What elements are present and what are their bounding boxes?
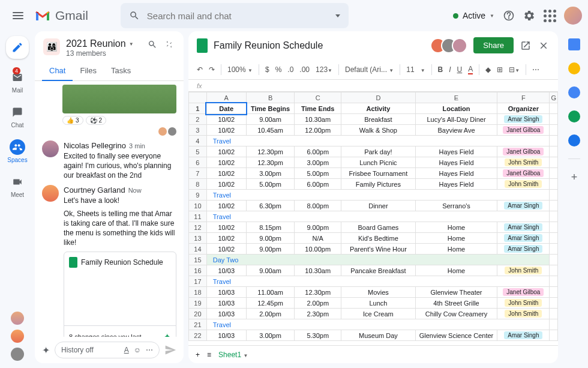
- sparkle-icon: ✦: [163, 331, 171, 337]
- hamburger-icon: [13, 12, 23, 19]
- tab-tasks[interactable]: Tasks: [104, 61, 138, 80]
- sheet-tabs-bar: + ≡ Sheet1 ▼: [188, 345, 558, 363]
- fontsize-dropdown[interactable]: 11 ▼: [406, 65, 425, 74]
- space-subtitle: 13 members: [66, 49, 134, 58]
- sheet-attachment-card[interactable]: Family Reunion Schedule 8 changes since …: [64, 252, 176, 337]
- nav-spaces[interactable]: Spaces: [7, 139, 27, 163]
- gmail-logo[interactable]: Gmail: [35, 8, 88, 23]
- collapse-button[interactable]: [163, 38, 175, 50]
- italic-button[interactable]: I: [449, 65, 451, 74]
- emoji-icon[interactable]: ☺: [134, 346, 141, 354]
- search-icon: [129, 10, 140, 21]
- more-icon[interactable]: ⋯: [146, 346, 153, 354]
- message-2: Courtney GarlandNow Let's have a look! O…: [42, 185, 176, 337]
- settings-button[interactable]: [523, 10, 535, 22]
- fillcolor-button[interactable]: ◆: [485, 65, 491, 74]
- maps-addon[interactable]: [568, 134, 580, 146]
- open-external-icon: [520, 40, 531, 51]
- space-search-button[interactable]: [146, 38, 158, 50]
- mail-badge: 4: [13, 67, 20, 74]
- search-dropdown-icon[interactable]: [335, 14, 340, 17]
- underline-button[interactable]: U: [457, 65, 463, 74]
- share-button[interactable]: Share: [473, 37, 514, 53]
- main-menu-button[interactable]: [6, 4, 30, 28]
- contacts-addon[interactable]: [568, 110, 580, 122]
- calendar-addon[interactable]: [568, 38, 580, 50]
- get-addons-button[interactable]: +: [571, 171, 578, 184]
- tab-chat[interactable]: Chat: [42, 61, 73, 81]
- collaborators[interactable]: [435, 38, 467, 53]
- keep-addon[interactable]: [568, 62, 580, 74]
- reaction-soccer[interactable]: ⚽2: [86, 116, 107, 125]
- message-image[interactable]: [62, 85, 176, 113]
- sheet-title[interactable]: Family Reunion Schedule: [214, 40, 323, 51]
- help-button[interactable]: [503, 10, 515, 22]
- fx-label: fx: [197, 82, 202, 89]
- nav-mail[interactable]: 4 Mail: [10, 70, 25, 94]
- tasks-addon[interactable]: [568, 86, 580, 98]
- bold-button[interactable]: B: [438, 65, 443, 74]
- messages-area: 👍3 ⚽2 Nicolas Pellegrino3 min Excited to…: [35, 81, 184, 337]
- redo-button[interactable]: ↷: [209, 65, 215, 74]
- avatar: [42, 185, 59, 202]
- search-bar[interactable]: [121, 3, 349, 28]
- nav-spaces-label: Spaces: [7, 157, 27, 163]
- sparkle-icon[interactable]: ✦: [42, 345, 50, 356]
- send-button[interactable]: [164, 344, 176, 356]
- pinned-avatar-3[interactable]: [11, 348, 24, 361]
- toolbar: ↶ ↷ 100% ▼ $ % .0 .00 123▼ Default (Ari.…: [188, 59, 558, 80]
- space-title[interactable]: 2021 Reunion▼: [66, 38, 134, 49]
- percent-button[interactable]: %: [275, 65, 282, 74]
- merge-button[interactable]: ⊟▼: [509, 65, 520, 74]
- gmail-icon: [35, 10, 50, 22]
- tab-files[interactable]: Files: [73, 61, 103, 80]
- spaces-icon: [13, 142, 22, 152]
- currency-button[interactable]: $: [265, 65, 269, 74]
- brand-text: Gmail: [55, 8, 88, 23]
- reaction-thumbsup[interactable]: 👍3: [62, 116, 83, 125]
- open-new-button[interactable]: [520, 40, 532, 52]
- spreadsheet-grid[interactable]: ABCDEFG 1DateTime BeginsTime EndsActivit…: [188, 92, 558, 345]
- pinned-avatar-2[interactable]: [11, 330, 24, 343]
- pinned-avatar-1[interactable]: [11, 312, 24, 325]
- status-dropdown[interactable]: Active ▼: [453, 11, 494, 20]
- add-sheet-button[interactable]: +: [196, 351, 200, 359]
- pencil-icon: [11, 41, 23, 53]
- compose-area: ✦ History off A ☺ ⋯: [35, 337, 184, 363]
- svg-point-1: [509, 18, 509, 19]
- sheets-icon: [197, 38, 208, 53]
- account-avatar[interactable]: [564, 7, 582, 25]
- undo-button[interactable]: ↶: [197, 65, 203, 74]
- search-input[interactable]: [147, 11, 328, 21]
- changes-text: 8 changes since you last...: [69, 333, 147, 337]
- nav-meet[interactable]: Meet: [10, 174, 25, 198]
- close-icon: [538, 40, 549, 51]
- compose-button[interactable]: [6, 36, 29, 59]
- nav-chat[interactable]: Chat: [10, 104, 25, 128]
- gear-icon: [523, 10, 535, 22]
- textcolor-button[interactable]: A: [468, 65, 473, 74]
- search-icon: [148, 40, 157, 49]
- svg-point-3: [18, 144, 20, 146]
- svg-point-2: [14, 144, 17, 146]
- message-text: Ok, Sheets is telling me that Amar is ta…: [64, 209, 176, 248]
- nav-mail-label: Mail: [12, 87, 23, 94]
- apps-button[interactable]: [544, 10, 556, 22]
- increase-decimal-button[interactable]: .00: [299, 65, 310, 74]
- sheet-panel: Family Reunion Schedule Share ↶ ↷ 100% ▼…: [188, 31, 558, 363]
- compose-input[interactable]: History off A ☺ ⋯: [55, 342, 160, 358]
- collapse-icon: [164, 40, 174, 49]
- all-sheets-button[interactable]: ≡: [207, 351, 211, 359]
- chat-icon: [12, 107, 23, 118]
- more-formats-dropdown[interactable]: 123▼: [316, 65, 332, 74]
- decrease-decimal-button[interactable]: .0: [287, 65, 293, 74]
- zoom-dropdown[interactable]: 100% ▼: [227, 65, 253, 74]
- font-dropdown[interactable]: Default (Ari... ▼: [345, 65, 394, 74]
- borders-button[interactable]: ⊞: [497, 65, 503, 74]
- message-text: Let's have a look!: [64, 196, 176, 205]
- header: Gmail Active ▼: [0, 0, 588, 31]
- format-icon[interactable]: A: [124, 346, 129, 354]
- more-button[interactable]: ⋯: [532, 65, 539, 74]
- close-button[interactable]: [538, 40, 550, 52]
- sheet-tab-1[interactable]: Sheet1 ▼: [218, 351, 248, 359]
